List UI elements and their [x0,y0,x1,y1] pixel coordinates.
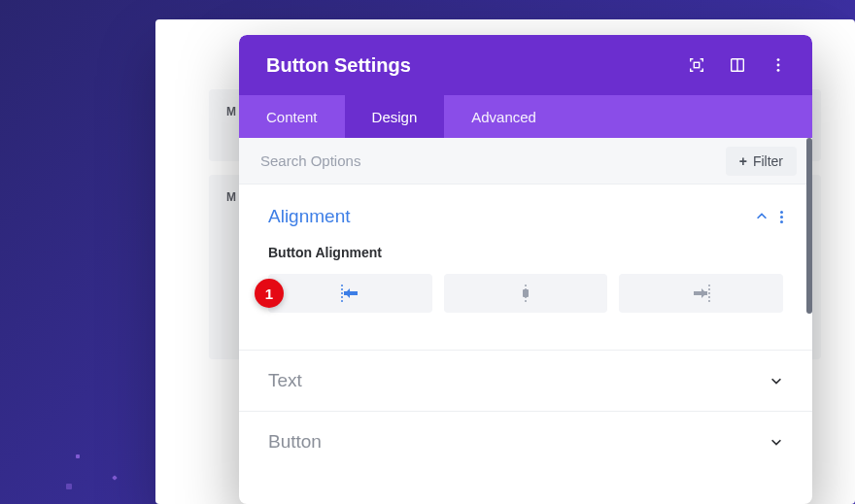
chevron-up-icon[interactable] [755,210,769,223]
align-right-button[interactable] [619,274,783,313]
section-button: Button [239,412,812,472]
section-title: Button [268,431,322,453]
align-right-icon [690,285,713,302]
background-row-letter: M [226,190,237,204]
align-center-icon [514,285,537,302]
align-left-icon [338,285,361,302]
svg-point-4 [777,64,780,67]
section-header[interactable]: Button [268,431,783,453]
modal-title: Button Settings [266,54,411,77]
alignment-button-group: 1 [268,274,783,313]
section-title: Alignment [268,206,351,227]
svg-rect-0 [694,62,699,67]
modal-tabs: Content Design Advanced [239,95,812,138]
filter-button[interactable]: + Filter [726,147,797,176]
section-header[interactable]: Text [268,370,783,391]
step-badge: 1 [255,279,284,308]
align-left-button[interactable]: 1 [268,274,432,313]
tab-design[interactable]: Design [345,95,445,138]
section-more-icon[interactable] [780,211,783,223]
tab-advanced[interactable]: Advanced [444,95,564,138]
more-icon[interactable] [770,56,787,74]
plus-icon: + [739,153,747,169]
search-input[interactable] [260,152,635,169]
scrollbar[interactable] [806,138,812,504]
search-bar: + Filter [239,138,812,185]
decorative-dot [112,475,118,481]
section-alignment: Alignment Button Alignment 1 [239,185,812,351]
section-header[interactable]: Alignment [268,206,783,227]
chevron-down-icon[interactable] [770,435,783,449]
modal-header: Button Settings [239,35,812,95]
decorative-dot [76,454,80,458]
section-header-actions [755,210,783,223]
svg-point-3 [777,58,780,61]
tab-content[interactable]: Content [239,95,345,138]
field-label: Button Alignment [268,245,783,260]
filter-button-label: Filter [753,153,783,169]
header-actions [688,56,787,74]
svg-point-5 [777,69,780,72]
background-row-letter: M [226,105,237,118]
expand-icon[interactable] [688,56,705,74]
align-center-button[interactable] [444,274,608,313]
scrollbar-thumb[interactable] [806,138,812,314]
section-title: Text [268,370,302,391]
settings-modal: Button Settings Content [239,35,812,504]
section-text: Text [239,351,812,412]
responsive-icon[interactable] [729,56,746,74]
modal-body: + Filter Alignment Button Alignment [239,138,812,504]
decorative-dot [66,484,72,489]
chevron-down-icon[interactable] [770,374,783,387]
